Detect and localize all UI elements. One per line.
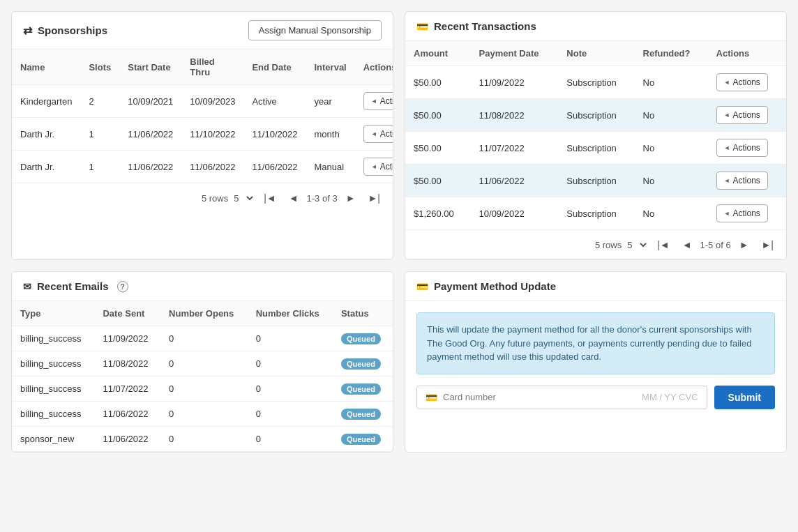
cell-payment-date: 11/06/2022	[471, 165, 559, 197]
cell-type: billing_success	[12, 326, 94, 351]
status-badge: Queued	[341, 434, 381, 445]
last-page-button[interactable]: ►|	[364, 190, 385, 206]
actions-button[interactable]: Actions	[716, 106, 768, 124]
assign-manual-sponsorship-button[interactable]: Assign Manual Sponsorship	[248, 20, 382, 40]
col-header-type: Type	[12, 301, 94, 326]
cell-date-sent: 11/06/2022	[94, 402, 160, 427]
help-icon[interactable]: ?	[117, 281, 128, 292]
rows-label-tx: 5 rows	[595, 240, 622, 250]
status-badge: Queued	[341, 383, 381, 395]
cell-clicks: 0	[248, 402, 333, 427]
next-page-button[interactable]: ►	[342, 190, 360, 206]
cell-actions: Actions	[355, 151, 393, 183]
cell-interval: Manual	[306, 151, 354, 183]
actions-button[interactable]: Actions	[716, 73, 768, 91]
actions-button[interactable]: Actions	[716, 204, 768, 222]
rows-label: 5 rows	[202, 193, 228, 204]
cell-status: Queued	[333, 377, 393, 402]
cell-interval: month	[306, 118, 354, 151]
cell-actions: Actions	[708, 66, 786, 99]
actions-button[interactable]: Actions	[716, 172, 768, 190]
actions-button[interactable]: Actions	[716, 139, 768, 157]
cell-status: Queued	[333, 402, 393, 427]
emails-title: ✉ Recent Emails ?	[23, 280, 128, 292]
cell-note: Subscription	[558, 99, 634, 132]
table-row: billing_success 11/09/2022 0 0 Queued	[12, 326, 393, 351]
transactions-title: 💳 Recent Transactions	[416, 20, 536, 32]
cell-status: Queued	[333, 326, 393, 351]
cell-type: billing_success	[12, 377, 94, 402]
cell-actions: Actions	[355, 85, 393, 118]
table-row: $50.00 11/07/2022 Subscription No Action…	[405, 132, 786, 165]
payment-info-box: This will update the payment method for …	[416, 312, 775, 374]
sponsorships-title: ⇄ Sponsorships	[23, 24, 107, 37]
transactions-pagination: 5 rows 51025 |◄ ◄ 1-5 of 6 ► ►|	[405, 230, 786, 259]
sponsorships-icon: ⇄	[23, 24, 32, 37]
payment-method-card: 💳 Payment Method Update This will update…	[405, 271, 787, 453]
payment-title: 💳 Payment Method Update	[416, 280, 556, 292]
cell-clicks: 0	[248, 427, 333, 452]
cell-clicks: 0	[248, 351, 333, 377]
col-header-billed-thru: Billed Thru	[181, 50, 243, 85]
col-header-interval: Interval	[306, 50, 354, 85]
prev-page-button-tx[interactable]: ◄	[678, 237, 696, 252]
payment-section: This will update the payment method for …	[405, 301, 786, 420]
table-row: billing_success 11/07/2022 0 0 Queued	[12, 377, 393, 402]
cell-status: Queued	[333, 351, 393, 377]
first-page-button[interactable]: |◄	[259, 190, 280, 206]
cell-note: Subscription	[558, 132, 634, 165]
col-header-number-clicks: Number Clicks	[248, 301, 333, 326]
card-number-input[interactable]	[443, 392, 636, 402]
cell-slots: 1	[80, 118, 119, 151]
cell-slots: 1	[80, 151, 119, 183]
col-header-slots: Slots	[80, 50, 119, 85]
first-page-button-tx[interactable]: |◄	[653, 237, 674, 252]
rows-dropdown[interactable]: 51025	[231, 192, 255, 204]
cell-opens: 0	[160, 326, 248, 351]
submit-button[interactable]: Submit	[714, 386, 775, 409]
cell-amount: $50.00	[405, 66, 471, 99]
cell-amount: $50.00	[405, 99, 471, 132]
cell-end-date: Active	[243, 85, 306, 118]
transactions-header: 💳 Recent Transactions	[405, 12, 786, 41]
cell-name: Darth Jr.	[12, 151, 80, 183]
rows-dropdown-tx[interactable]: 51025	[624, 239, 649, 251]
actions-button[interactable]: Actions	[363, 125, 393, 143]
cell-refunded: No	[635, 132, 708, 165]
cell-clicks: 0	[248, 377, 333, 402]
cell-payment-date: 10/09/2022	[471, 197, 559, 230]
actions-button[interactable]: Actions	[363, 92, 393, 110]
col-header-status: Status	[333, 301, 393, 326]
cell-opens: 0	[160, 427, 248, 452]
transactions-icon: 💳	[416, 21, 428, 32]
cell-name: Kindergarten	[12, 85, 80, 118]
cell-amount: $50.00	[405, 132, 471, 165]
sponsorships-table-container: Name Slots Start Date Billed Thru End Da…	[12, 50, 393, 183]
cell-clicks: 0	[248, 326, 333, 351]
table-row: Darth Jr. 1 11/06/2022 11/06/2022 11/06/…	[12, 151, 393, 183]
emails-table: Type Date Sent Number Opens Number Click…	[12, 301, 393, 452]
cell-start-date: 11/06/2022	[119, 151, 181, 183]
cell-payment-date: 11/07/2022	[471, 132, 559, 165]
cell-start-date: 10/09/2021	[119, 85, 181, 118]
cell-refunded: No	[635, 66, 708, 99]
emails-header: ✉ Recent Emails ?	[12, 272, 393, 301]
table-row: $50.00 11/08/2022 Subscription No Action…	[405, 99, 786, 132]
table-row: billing_success 11/08/2022 0 0 Queued	[12, 351, 393, 377]
cell-refunded: No	[635, 197, 708, 230]
next-page-button-tx[interactable]: ►	[735, 237, 753, 252]
actions-button[interactable]: Actions	[363, 158, 393, 176]
card-field-icon: 💳	[426, 392, 437, 403]
page-info: 1-3 of 3	[307, 193, 338, 204]
transactions-table: Amount Payment Date Note Refunded? Actio…	[405, 41, 786, 230]
cell-date-sent: 11/07/2022	[94, 377, 160, 402]
last-page-button-tx[interactable]: ►|	[758, 237, 778, 252]
prev-page-button[interactable]: ◄	[285, 190, 303, 206]
cell-opens: 0	[160, 402, 248, 427]
rows-select: 5 rows 51025	[202, 192, 255, 204]
table-row: $50.00 11/09/2022 Subscription No Action…	[405, 66, 786, 99]
email-icon: ✉	[23, 281, 31, 292]
cell-date-sent: 11/09/2022	[94, 326, 160, 351]
payment-icon: 💳	[416, 281, 428, 292]
cell-actions: Actions	[708, 165, 786, 197]
